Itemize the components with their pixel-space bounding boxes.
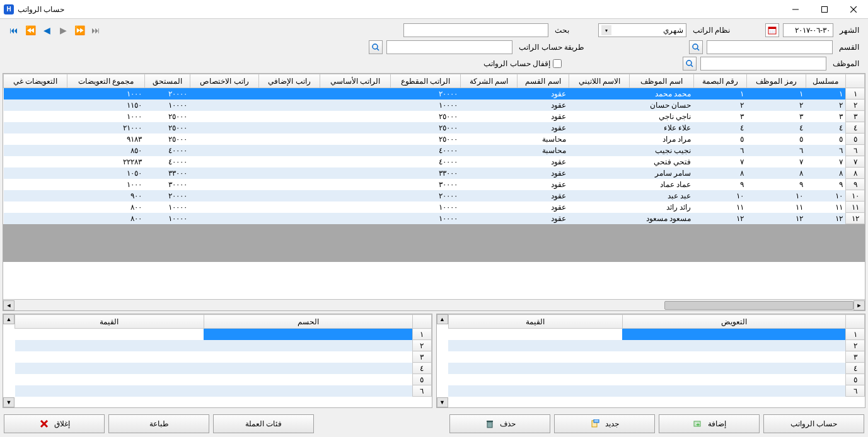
sub-row[interactable]: ١ [15, 329, 432, 340]
cell-spec[interactable] [190, 167, 259, 179]
cell-code[interactable]: ١٢ [747, 213, 806, 224]
salary-system-combo[interactable]: شهري ▾ [598, 23, 686, 37]
sub-row[interactable]: ٢ [15, 340, 432, 351]
cell-due[interactable]: ٤٠٠٠٠ [145, 145, 190, 156]
table-row[interactable]: ٧٧٧٧فتحي فتحيعقود٤٠٠٠٠٤٠٠٠٠٢٢٢٨٣ [4, 156, 865, 167]
col-header[interactable]: مجموع التعويضات [67, 74, 145, 88]
search-input[interactable] [403, 23, 548, 37]
cell-code[interactable]: ١ [747, 88, 806, 99]
new-button[interactable]: جديد [554, 414, 655, 433]
cell-n[interactable]: ١١ [806, 201, 845, 213]
cell-code[interactable]: ٥ [747, 133, 806, 145]
sub-row[interactable]: ٢ [448, 340, 865, 351]
cell-fp[interactable]: ٧ [694, 156, 747, 167]
cell-fp[interactable]: ١ [694, 88, 747, 99]
close-calc-checkbox[interactable]: إقفال حساب الرواتب [483, 59, 562, 68]
cell-comp[interactable]: ٨٠٠ [67, 201, 145, 213]
table-row[interactable]: ٣٣٣٣ناجي ناجيعقود٢٥٠٠٠٢٥٠٠٠١٠٠٠ [4, 111, 865, 122]
cell-fixed[interactable]: ٣٠٠٠٠ [391, 179, 461, 190]
cell-name[interactable]: حسان حسان [630, 99, 694, 111]
cell-company[interactable] [461, 156, 517, 167]
col-header[interactable]: رمز الموظف [747, 74, 806, 88]
cell-latin[interactable] [569, 133, 630, 145]
cell-dept[interactable]: عقود [517, 201, 569, 213]
cell-company[interactable] [461, 179, 517, 190]
cell-compx[interactable] [4, 179, 67, 190]
cell-fp[interactable]: ٩ [694, 179, 747, 190]
table-row[interactable]: ٤٤٤٤علاء علاءعقود٢٥٠٠٠٢٥٠٠٠٢١٠٠٠ [4, 122, 865, 133]
col-header[interactable]: اسم الشركة [461, 74, 517, 88]
scroll-down-icon[interactable]: ▼ [437, 397, 448, 407]
cell-dept[interactable]: عقود [517, 179, 569, 190]
cell-due[interactable]: ٤٠٠٠٠ [145, 156, 190, 167]
cell-comp[interactable]: ١٠٠٠ [67, 111, 145, 122]
col-header[interactable]: الراتب الأساسي [320, 74, 391, 88]
scroll-right-button[interactable]: ► [854, 300, 865, 310]
comp-vscroll[interactable]: ▲ ▼ [437, 314, 448, 407]
cell-company[interactable] [461, 122, 517, 133]
employee-lookup-button[interactable] [683, 57, 697, 71]
cell-basic[interactable] [320, 201, 391, 213]
cell-comp[interactable]: ٨٠٠ [67, 213, 145, 224]
col-header[interactable]: الاسم اللاتيني [569, 74, 630, 88]
cell-compx[interactable] [4, 111, 67, 122]
cell-fp[interactable]: ٣ [694, 111, 747, 122]
close-button[interactable]: إغلاق [4, 414, 105, 433]
cell-dept[interactable]: عقود [517, 156, 569, 167]
scroll-up-icon[interactable]: ▲ [437, 314, 448, 324]
cell-basic[interactable] [320, 122, 391, 133]
cell-compx[interactable] [4, 156, 67, 167]
cell-compx[interactable] [4, 190, 67, 201]
sub-row[interactable]: ١ [448, 329, 865, 340]
cell-due[interactable]: ١٠٠٠٠ [145, 213, 190, 224]
nav-last-button[interactable]: ⏭ [88, 23, 103, 38]
cell-company[interactable] [461, 190, 517, 201]
cell-basic[interactable] [320, 179, 391, 190]
cell-fp[interactable]: ٦ [694, 145, 747, 156]
cell-name[interactable]: عبد عبد [630, 190, 694, 201]
cell-dept[interactable]: محاسبة [517, 145, 569, 156]
cell-extra[interactable] [259, 213, 320, 224]
cell-code[interactable]: ١١ [747, 201, 806, 213]
cell-fixed[interactable]: ١٠٠٠٠ [391, 99, 461, 111]
calc-method-lookup-button[interactable] [369, 40, 383, 54]
minimize-button[interactable] [781, 0, 810, 19]
col-header[interactable]: مسلسل [806, 74, 845, 88]
cell-spec[interactable] [190, 111, 259, 122]
cell-basic[interactable] [320, 133, 391, 145]
cell-n[interactable]: ١٢ [806, 213, 845, 224]
cell-latin[interactable] [569, 201, 630, 213]
cell-code[interactable]: ٣ [747, 111, 806, 122]
nav-fastfwd-button[interactable]: ⏩ [72, 23, 87, 38]
nav-first-button[interactable]: ⏮ [6, 23, 21, 38]
cell-extra[interactable] [259, 167, 320, 179]
cell-code[interactable]: ٢ [747, 99, 806, 111]
sub-row[interactable]: ٦ [448, 385, 865, 397]
cell-n[interactable]: ٥ [806, 133, 845, 145]
salary-table[interactable]: مسلسلرمز الموظفرقم البصمةاسم الموظفالاسم… [3, 74, 865, 224]
col-header[interactable]: التعويضات غي [4, 74, 67, 88]
cell-extra[interactable] [259, 190, 320, 201]
table-row[interactable]: ١١١١١١١١رائد رائدعقود١٠٠٠٠١٠٠٠٠٨٠٠ [4, 201, 865, 213]
col-header[interactable]: رقم البصمة [694, 74, 747, 88]
cell-code[interactable]: ١٠ [747, 190, 806, 201]
sub-row[interactable]: ٣ [448, 351, 865, 363]
cell-basic[interactable] [320, 111, 391, 122]
cell-basic[interactable] [320, 167, 391, 179]
cell-n[interactable]: ٧ [806, 156, 845, 167]
horizontal-scrollbar[interactable]: ◄ ► [3, 299, 865, 310]
sub-row[interactable]: ٥ [448, 374, 865, 385]
scroll-down-icon[interactable]: ▼ [3, 397, 14, 407]
cell-spec[interactable] [190, 156, 259, 167]
cell-name[interactable]: رائد رائد [630, 201, 694, 213]
cell-fixed[interactable]: ٤٠٠٠٠ [391, 145, 461, 156]
cell-basic[interactable] [320, 190, 391, 201]
cell-basic[interactable] [320, 88, 391, 99]
cell-n[interactable]: ٤ [806, 122, 845, 133]
cell-n[interactable]: ١ [806, 88, 845, 99]
cell-dept[interactable]: عقود [517, 99, 569, 111]
department-lookup-button[interactable] [689, 40, 703, 54]
cell-name[interactable]: مسعود مسعود [630, 213, 694, 224]
cell-fp[interactable]: ١٢ [694, 213, 747, 224]
cell-comp[interactable]: ٨٥٠ [67, 145, 145, 156]
